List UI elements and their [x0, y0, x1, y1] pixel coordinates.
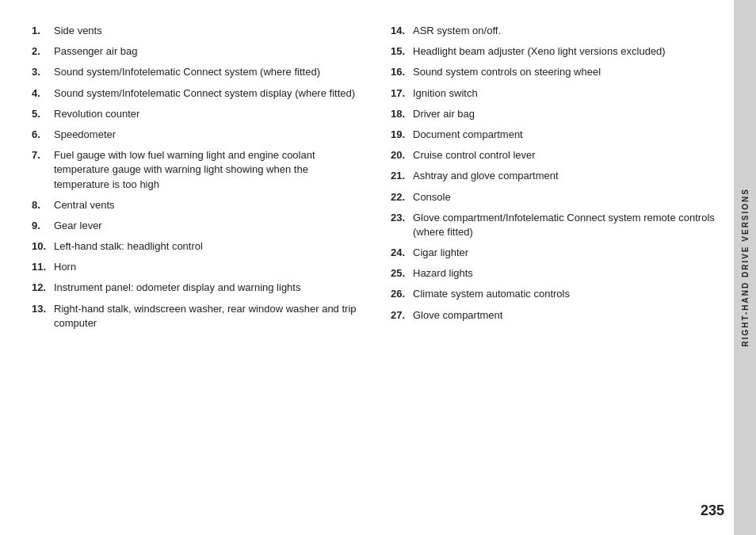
sidebar: RIGHT-HAND DRIVE VERSIONS [734, 0, 756, 535]
list-item: 10.Left-hand stalk: headlight control [32, 239, 359, 254]
item-text: Glove compartment [413, 308, 718, 323]
item-number: 5. [32, 107, 54, 121]
list-item: 3.Sound system/Infotelematic Connect sys… [32, 65, 359, 79]
item-text: Climate system automatic controls [413, 287, 718, 301]
item-text: Cruise control control lever [413, 148, 718, 162]
item-text: Document compartment [413, 128, 718, 142]
list-item: 4.Sound system/Infotelematic Connect sys… [32, 86, 359, 101]
item-text: Sound system/Infotelematic Connect syste… [54, 65, 359, 79]
item-number: 17. [391, 86, 413, 101]
list-item: 27.Glove compartment [391, 308, 718, 323]
list-item: 14.ASR system on/off. [391, 24, 718, 38]
item-number: 19. [391, 128, 413, 142]
list-item: 1.Side vents [32, 24, 359, 38]
item-number: 6. [32, 128, 54, 142]
item-text: Side vents [54, 24, 359, 38]
item-text: Central vents [54, 198, 359, 212]
list-item: 7.Fuel gauge with low fuel warning light… [32, 148, 359, 192]
item-text: Horn [54, 260, 359, 274]
item-number: 3. [32, 65, 54, 79]
item-number: 10. [32, 239, 54, 254]
item-number: 14. [391, 24, 413, 38]
list-item: 20.Cruise control control lever [391, 148, 718, 162]
item-text: Fuel gauge with low fuel warning light a… [54, 148, 359, 192]
item-number: 8. [32, 198, 54, 212]
main-content: 1.Side vents2.Passenger air bag3.Sound s… [0, 0, 734, 535]
item-text: Sound system controls on steering wheel [413, 65, 718, 79]
list-item: 15.Headlight beam adjuster (Xeno light v… [391, 44, 718, 59]
list-item: 22.Console [391, 190, 718, 204]
item-text: Ashtray and glove compartment [413, 169, 718, 183]
page-number: 235 [701, 503, 724, 519]
item-number: 27. [391, 308, 413, 323]
item-number: 15. [391, 44, 413, 59]
item-text: Gear lever [54, 219, 359, 233]
item-text: Headlight beam adjuster (Xeno light vers… [413, 44, 718, 59]
right-column: 14.ASR system on/off.15.Headlight beam a… [383, 24, 718, 511]
item-text: Glove compartment/Infotelematic Connect … [413, 211, 718, 239]
list-item: 6.Speedometer [32, 128, 359, 142]
item-text: Sound system/Infotelematic Connect syste… [54, 86, 359, 101]
item-number: 25. [391, 266, 413, 281]
list-item: 5.Revolution counter [32, 107, 359, 121]
item-number: 4. [32, 86, 54, 101]
list-item: 26.Climate system automatic controls [391, 287, 718, 301]
list-item: 23.Glove compartment/Infotelematic Conne… [391, 211, 718, 239]
item-number: 18. [391, 107, 413, 121]
page-container: 1.Side vents2.Passenger air bag3.Sound s… [0, 0, 756, 535]
item-text: Cigar lighter [413, 246, 718, 260]
item-text: Hazard lights [413, 266, 718, 281]
item-number: 16. [391, 65, 413, 79]
item-text: Right-hand stalk, windscreen washer, rea… [54, 302, 359, 331]
list-item: 16.Sound system controls on steering whe… [391, 65, 718, 79]
item-number: 22. [391, 190, 413, 204]
list-item: 11.Horn [32, 260, 359, 274]
item-number: 9. [32, 219, 54, 233]
list-item: 19.Document compartment [391, 128, 718, 142]
item-text: Speedometer [54, 128, 359, 142]
item-text: Left-hand stalk: headlight control [54, 239, 359, 254]
item-text: Passenger air bag [54, 44, 359, 59]
item-number: 21. [391, 169, 413, 183]
item-number: 23. [391, 211, 413, 239]
item-number: 2. [32, 44, 54, 59]
item-text: Console [413, 190, 718, 204]
list-item: 17.Ignition switch [391, 86, 718, 101]
item-number: 20. [391, 148, 413, 162]
left-column: 1.Side vents2.Passenger air bag3.Sound s… [32, 24, 367, 511]
list-item: 2.Passenger air bag [32, 44, 359, 59]
item-number: 26. [391, 287, 413, 301]
list-item: 9.Gear lever [32, 219, 359, 233]
item-number: 11. [32, 260, 54, 274]
item-text: Revolution counter [54, 107, 359, 121]
list-item: 21.Ashtray and glove compartment [391, 169, 718, 183]
item-text: ASR system on/off. [413, 24, 718, 38]
item-text: Driver air bag [413, 107, 718, 121]
list-item: 12.Instrument panel: odometer display an… [32, 281, 359, 295]
item-number: 7. [32, 148, 54, 192]
list-item: 24.Cigar lighter [391, 246, 718, 260]
list-item: 18.Driver air bag [391, 107, 718, 121]
list-item: 25.Hazard lights [391, 266, 718, 281]
item-number: 12. [32, 281, 54, 295]
item-number: 1. [32, 24, 54, 38]
item-number: 13. [32, 302, 54, 331]
list-item: 13.Right-hand stalk, windscreen washer, … [32, 302, 359, 331]
item-number: 24. [391, 246, 413, 260]
sidebar-label: RIGHT-HAND DRIVE VERSIONS [741, 188, 750, 347]
item-text: Instrument panel: odometer display and w… [54, 281, 359, 295]
list-item: 8.Central vents [32, 198, 359, 212]
item-text: Ignition switch [413, 86, 718, 101]
